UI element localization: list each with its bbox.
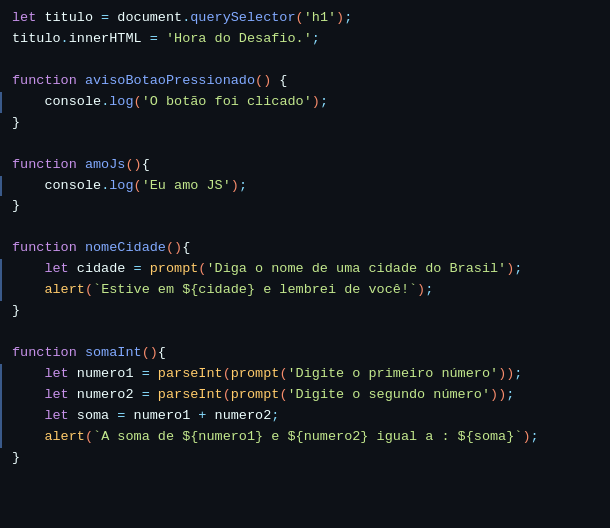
token (12, 385, 44, 406)
code-line-3 (0, 50, 610, 71)
token: parseInt (158, 364, 223, 385)
code-line-8: function amoJs(){ (0, 155, 610, 176)
code-editor: let titulo = document.querySelector('h1'… (0, 0, 610, 528)
token: ( (85, 280, 93, 301)
code-line-14: alert(`Estive em ${cidade} e lembrei de … (0, 280, 610, 301)
token: let (44, 364, 76, 385)
token: alert (44, 427, 85, 448)
token: soma (77, 406, 109, 427)
code-line-17: function somaInt(){ (0, 343, 610, 364)
token: let (44, 385, 76, 406)
token: } (12, 301, 20, 322)
token: parseInt (158, 385, 223, 406)
token: { (142, 155, 150, 176)
token: } (12, 448, 20, 469)
token: ) (312, 92, 320, 113)
token (12, 364, 44, 385)
code-line-18: let numero1 = parseInt(prompt('Digite o … (0, 364, 610, 385)
code-line-16 (0, 322, 610, 343)
token: 'Diga o nome de uma cidade do Brasil' (206, 259, 506, 280)
token: somaInt (85, 343, 142, 364)
token: let (12, 8, 44, 29)
code-line-6: } (0, 113, 610, 134)
token: prompt (231, 364, 280, 385)
token: ) (506, 259, 514, 280)
token: ; (506, 385, 514, 406)
token: document (117, 8, 182, 29)
token: = (125, 259, 149, 280)
code-line-21: alert(`A soma de ${numero1} e ${numero2}… (0, 427, 610, 448)
token: 'O botão foi clicado' (142, 92, 312, 113)
token: nomeCidade (85, 238, 166, 259)
token: () (255, 71, 271, 92)
token: ; (425, 280, 433, 301)
token: ( (134, 92, 142, 113)
token: } (12, 113, 20, 134)
token: numero1 (77, 364, 134, 385)
token: numero2 (77, 385, 134, 406)
token: ( (223, 385, 231, 406)
token: = (109, 406, 133, 427)
token: ( (279, 364, 287, 385)
token: 'h1' (304, 8, 336, 29)
code-line-20: let soma = numero1 + numero2; (0, 406, 610, 427)
token: titulo (44, 8, 93, 29)
token: `Estive em ${cidade} e lembrei de você!` (93, 280, 417, 301)
token: = (142, 29, 166, 50)
token: ( (223, 364, 231, 385)
token: ; (271, 406, 279, 427)
token: ) (522, 427, 530, 448)
code-line-13: let cidade = prompt('Diga o nome de uma … (0, 259, 610, 280)
code-line-15: } (0, 301, 610, 322)
token: log (109, 176, 133, 197)
token: ) (231, 176, 239, 197)
token: () (142, 343, 158, 364)
token (12, 176, 44, 197)
code-line-9: console.log('Eu amo JS'); (0, 176, 610, 197)
token: ( (279, 385, 287, 406)
token: . (101, 92, 109, 113)
token: . (101, 176, 109, 197)
token: 'Digite o segundo número' (287, 385, 490, 406)
token: ( (198, 259, 206, 280)
token: function (12, 71, 85, 92)
token: prompt (150, 259, 199, 280)
token: numero1 (134, 406, 191, 427)
token (12, 92, 44, 113)
code-line-11 (0, 217, 610, 238)
token: `A soma de ${numero1} e ${numero2} igual… (93, 427, 522, 448)
token: numero2 (215, 406, 272, 427)
token: ; (531, 427, 539, 448)
token: console (44, 92, 101, 113)
token: ; (320, 92, 328, 113)
token: = (134, 364, 158, 385)
token: prompt (231, 385, 280, 406)
token: querySelector (190, 8, 295, 29)
token: { (182, 238, 190, 259)
code-line-4: function avisoBotaoPressionado() { (0, 71, 610, 92)
token: { (158, 343, 166, 364)
token: + (190, 406, 214, 427)
token: ; (344, 8, 352, 29)
token: ; (514, 259, 522, 280)
token: avisoBotaoPressionado (85, 71, 255, 92)
token: 'Eu amo JS' (142, 176, 231, 197)
token: = (134, 385, 158, 406)
token: () (125, 155, 141, 176)
token: ( (296, 8, 304, 29)
token: function (12, 238, 85, 259)
token: ; (514, 364, 522, 385)
token (12, 259, 44, 280)
code-line-7 (0, 134, 610, 155)
code-line-19: let numero2 = parseInt(prompt('Digite o … (0, 385, 610, 406)
code-line-10: } (0, 196, 610, 217)
token: function (12, 343, 85, 364)
code-line-1: let titulo = document.querySelector('h1'… (0, 8, 610, 29)
token: . (61, 29, 69, 50)
token (12, 427, 44, 448)
token: ( (134, 176, 142, 197)
token: )) (498, 364, 514, 385)
token: = (93, 8, 117, 29)
token: ; (239, 176, 247, 197)
token: . (182, 8, 190, 29)
